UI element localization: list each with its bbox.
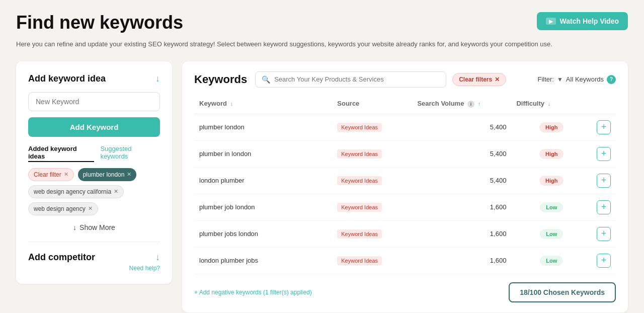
tag-clear-remove-icon[interactable]: ✕ [64,171,68,178]
competitor-collapse-icon[interactable]: ↓ [155,252,160,263]
all-keywords-badge: ? [607,75,616,84]
th-difficulty: Difficulty ↓ [511,96,592,114]
cell-difficulty: Low [511,220,592,247]
cell-add: + [592,140,616,167]
table-row: plumber london Keyword Ideas 5,400 High … [194,114,616,140]
difficulty-badge: High [539,122,564,132]
cell-keyword: london plumber [194,167,332,194]
keyword-tags-area: Clear filter ✕ plumber london ✕ web desi… [28,168,160,215]
tag-plumber-remove-icon[interactable]: ✕ [127,171,131,178]
cell-keyword: plumber london [194,114,332,140]
difficulty-badge: Low [540,256,563,266]
keywords-panel-title: Keywords [194,73,247,86]
page-header: Find new keywords ▶ Watch Help Video [16,12,628,33]
difficulty-badge: Low [540,202,563,212]
cell-difficulty: High [511,167,592,194]
left-panel: Add keyword idea ↓ Add Keyword Added key… [16,61,172,284]
th-volume: Search Volume i ↑ [412,96,511,114]
add-keyword-row-button[interactable]: + [597,227,611,241]
cell-keyword: plumber job london [194,194,332,220]
chosen-keywords-button[interactable]: 18/100 Chosen Keywords [509,282,616,302]
tag-web-remove-icon[interactable]: ✕ [88,205,93,212]
add-keyword-row-button[interactable]: + [597,200,611,214]
cell-difficulty: High [511,114,592,140]
tag-plumber-london[interactable]: plumber london ✕ [78,168,137,181]
tag-web-design-agency-california[interactable]: web design agency california ✕ [28,185,124,198]
volume-sort-icon[interactable]: ↑ [478,101,481,107]
video-icon: ▶ [546,18,556,25]
add-keyword-panel-header: Add keyword idea ↓ [28,73,160,84]
difficulty-badge: High [539,149,564,159]
cell-source: Keyword Ideas [332,167,412,194]
cell-volume: 1,600 [412,247,511,274]
tag-web-ca-remove-icon[interactable]: ✕ [114,188,118,195]
add-keyword-title: Add keyword idea [28,73,106,84]
source-badge: Keyword Ideas [337,149,382,159]
cell-difficulty: Low [511,247,592,274]
collapse-icon[interactable]: ↓ [155,73,160,84]
show-more-button[interactable]: ↓ Show More [73,223,115,231]
difficulty-badge: Low [540,229,563,239]
page-title: Find new keywords [16,12,183,33]
cell-source: Keyword Ideas [332,220,412,247]
add-negative-keywords-link[interactable]: + Add negative keywords (1 filter(s) app… [194,289,312,296]
source-badge: Keyword Ideas [337,176,382,185]
cell-keyword: plumber jobs london [194,220,332,247]
source-badge: Keyword Ideas [337,123,382,132]
add-keyword-row-button[interactable]: + [597,174,611,188]
cell-add: + [592,194,616,220]
cell-add: + [592,167,616,194]
source-badge: Keyword Ideas [337,256,382,265]
cell-volume: 1,600 [412,220,511,247]
volume-info-icon[interactable]: i [467,101,474,108]
difficulty-sort-icon[interactable]: ↓ [548,101,551,107]
right-panel: Keywords 🔍 Clear filters ✕ Filter: ▼ All… [182,61,628,312]
add-keyword-row-button[interactable]: + [597,147,611,161]
add-keyword-button[interactable]: Add Keyword [28,117,160,137]
search-icon: 🔍 [262,75,270,84]
add-keyword-row-button[interactable]: + [597,120,611,134]
source-badge: Keyword Ideas [337,229,382,239]
table-row: plumber jobs london Keyword Ideas 1,600 … [194,220,616,247]
main-content: Add keyword idea ↓ Add Keyword Added key… [16,61,628,312]
show-more-arrow-icon: ↓ [73,223,76,231]
cell-source: Keyword Ideas [332,247,412,274]
new-keyword-input[interactable] [28,92,160,111]
table-header-row: Keyword ↕ Source Search Volume i ↑ Diffi… [194,96,616,114]
panel-divider [28,242,160,242]
add-competitor-header: Add competitor ↓ [28,252,160,263]
keyword-search-bar: 🔍 [255,71,446,88]
cell-add: + [592,114,616,140]
need-help-link[interactable]: Need help? [28,265,160,272]
keywords-header: Keywords 🔍 Clear filters ✕ Filter: ▼ All… [194,71,616,88]
keywords-table: Keyword ↕ Source Search Volume i ↑ Diffi… [194,96,616,274]
tag-clear-filter[interactable]: Clear filter ✕ [28,168,74,181]
cell-difficulty: High [511,140,592,167]
table-row: plumber job london Keyword Ideas 1,600 L… [194,194,616,220]
filter-row: Filter: ▼ All Keywords ? [537,75,616,84]
add-competitor-title: Add competitor [28,252,95,263]
cell-add: + [592,247,616,274]
cell-keyword: plumber in london [194,140,332,167]
cell-add: + [592,220,616,247]
clear-filters-x-icon: ✕ [495,76,500,83]
tab-suggested-keywords[interactable]: Suggested keywords [100,145,160,162]
cell-volume: 5,400 [412,167,511,194]
cell-difficulty: Low [511,194,592,220]
table-row: plumber in london Keyword Ideas 5,400 Hi… [194,140,616,167]
tag-web-design-agency[interactable]: web design agency ✕ [28,202,98,215]
cell-source: Keyword Ideas [332,114,412,140]
difficulty-badge: High [539,176,564,186]
add-keyword-row-button[interactable]: + [597,254,611,268]
clear-filters-button[interactable]: Clear filters ✕ [452,73,506,86]
cell-volume: 5,400 [412,140,511,167]
tab-added-keyword-ideas[interactable]: Added keyword ideas [28,145,94,162]
cell-source: Keyword Ideas [332,140,412,167]
table-footer: + Add negative keywords (1 filter(s) app… [194,282,616,302]
keyword-search-input[interactable] [274,75,440,83]
watch-help-video-button[interactable]: ▶ Watch Help Video [537,12,628,30]
table-row: london plumber jobs Keyword Ideas 1,600 … [194,247,616,274]
keyword-sort-icon[interactable]: ↕ [230,101,233,107]
th-keyword: Keyword ↕ [194,96,332,114]
all-keywords-dropdown[interactable]: All Keywords [566,75,604,83]
